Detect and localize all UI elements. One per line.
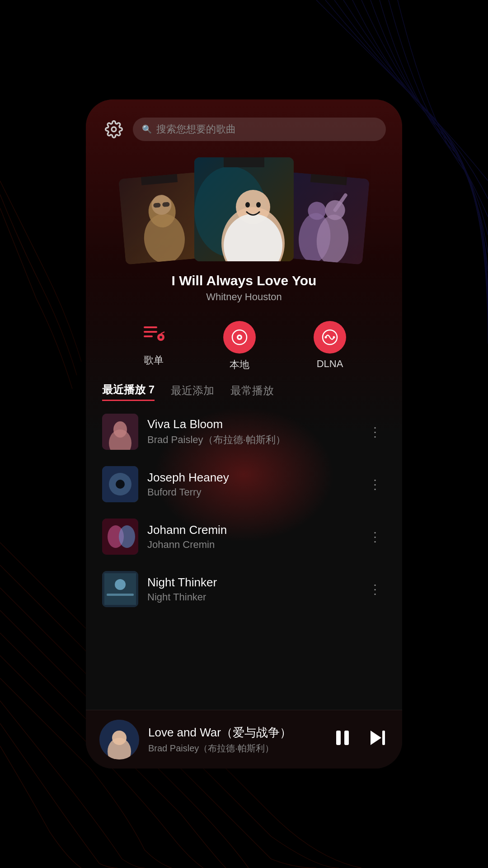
song-title: Night Thinker xyxy=(147,576,355,590)
svg-point-13 xyxy=(256,202,261,208)
song-item[interactable]: Joseph Heaney Buford Terry ⋮ xyxy=(86,458,402,510)
search-icon: 🔍 xyxy=(142,124,152,134)
song-artist: Buford Terry xyxy=(147,486,355,498)
song-artist: Brad Paisley（布拉德·帕斯利） xyxy=(147,433,355,447)
svg-point-0 xyxy=(112,127,116,132)
svg-rect-22 xyxy=(144,335,153,337)
svg-rect-51 xyxy=(382,731,385,745)
song-item[interactable]: Night Thinker Night Thinker ⋮ xyxy=(86,563,402,615)
svg-point-40 xyxy=(119,525,135,548)
song-text: Joseph Heaney Buford Terry xyxy=(147,471,355,498)
svg-rect-48 xyxy=(336,731,341,745)
playback-controls xyxy=(332,727,389,752)
nav-local-label: 本地 xyxy=(230,358,249,372)
tab-recent-add[interactable]: 最近添加 xyxy=(171,383,214,401)
tab-recent-play[interactable]: 最近播放 7 xyxy=(102,382,155,401)
song-more-button[interactable]: ⋮ xyxy=(364,525,386,549)
settings-button[interactable] xyxy=(102,118,126,141)
svg-point-28 xyxy=(239,336,241,339)
nav-icons-row: 歌单 本地 xyxy=(86,312,402,382)
nav-local[interactable]: 本地 xyxy=(223,321,256,372)
song-item[interactable]: Johann Cremin Johann Cremin ⋮ xyxy=(86,510,402,563)
local-icon xyxy=(223,321,256,354)
now-playing-title: Love and War（爱与战争） xyxy=(148,725,323,741)
nav-playlist[interactable]: 歌单 xyxy=(142,321,165,372)
album-carousel xyxy=(86,148,402,266)
svg-point-37 xyxy=(116,480,125,489)
album-card-center[interactable] xyxy=(194,157,294,261)
now-playing-thumbnail xyxy=(99,720,139,760)
song-text: Night Thinker Night Thinker xyxy=(147,576,355,603)
svg-point-43 xyxy=(115,579,126,590)
dlna-icon xyxy=(314,321,346,354)
gear-icon xyxy=(105,120,123,138)
album-image-center xyxy=(194,157,294,261)
album-card-right[interactable] xyxy=(281,172,370,265)
pause-button[interactable] xyxy=(332,727,353,752)
song-title: Viva La Bloom xyxy=(147,417,355,431)
song-thumbnail xyxy=(102,466,138,502)
song-thumbnail xyxy=(102,519,138,555)
svg-rect-20 xyxy=(144,326,157,328)
vinyl-top-center xyxy=(224,157,264,167)
song-more-button[interactable]: ⋮ xyxy=(364,472,386,496)
song-thumbnail xyxy=(102,414,138,450)
song-item[interactable]: Viva La Bloom Brad Paisley（布拉德·帕斯利） ⋮ xyxy=(86,406,402,458)
svg-rect-21 xyxy=(144,331,157,333)
now-playing-artist: Brad Paisley（布拉德·帕斯利） xyxy=(148,742,323,755)
nav-dlna-label: DLNA xyxy=(317,358,343,370)
featured-song-artist: Whitney Houston xyxy=(86,291,402,303)
tabs-row: 最近播放 7 最近添加 最常播放 xyxy=(86,382,402,401)
phone-frame: 🔍 搜索您想要的歌曲 xyxy=(86,99,402,769)
search-bar[interactable]: 🔍 搜索您想要的歌曲 xyxy=(133,118,386,141)
song-artist: Night Thinker xyxy=(147,591,355,603)
svg-point-12 xyxy=(245,202,250,208)
svg-point-31 xyxy=(333,336,335,339)
song-text: Johann Cremin Johann Cremin xyxy=(147,523,355,551)
header: 🔍 搜索您想要的歌曲 xyxy=(86,99,402,148)
next-button[interactable] xyxy=(367,727,389,752)
song-more-button[interactable]: ⋮ xyxy=(364,420,386,444)
svg-line-25 xyxy=(161,332,164,334)
nav-dlna[interactable]: DLNA xyxy=(314,321,346,372)
svg-point-30 xyxy=(325,336,327,339)
svg-rect-49 xyxy=(344,731,349,745)
nav-playlist-label: 歌单 xyxy=(144,354,164,367)
tab-most-played[interactable]: 最常播放 xyxy=(230,383,274,401)
featured-song-title: I Will Always Love You xyxy=(86,273,402,288)
now-playing-text: Love and War（爱与战争） Brad Paisley（布拉德·帕斯利） xyxy=(148,725,323,755)
song-title: Johann Cremin xyxy=(147,523,355,537)
album-card-left[interactable] xyxy=(118,172,207,265)
svg-rect-44 xyxy=(107,594,134,596)
playlist-icon xyxy=(142,321,165,349)
now-playing-bar[interactable]: Love and War（爱与战争） Brad Paisley（布拉德·帕斯利） xyxy=(86,710,402,769)
svg-point-24 xyxy=(160,336,162,339)
album-image-left xyxy=(118,172,207,265)
search-placeholder: 搜索您想要的歌曲 xyxy=(156,123,236,136)
song-text: Viva La Bloom Brad Paisley（布拉德·帕斯利） xyxy=(147,417,355,447)
song-artist: Johann Cremin xyxy=(147,539,355,551)
svg-marker-50 xyxy=(371,731,381,745)
song-title: Joseph Heaney xyxy=(147,471,355,485)
song-thumbnail xyxy=(102,571,138,607)
album-image-right xyxy=(281,172,370,265)
song-more-button[interactable]: ⋮ xyxy=(364,577,386,601)
featured-song-info: I Will Always Love You Whitney Houston xyxy=(86,266,402,312)
